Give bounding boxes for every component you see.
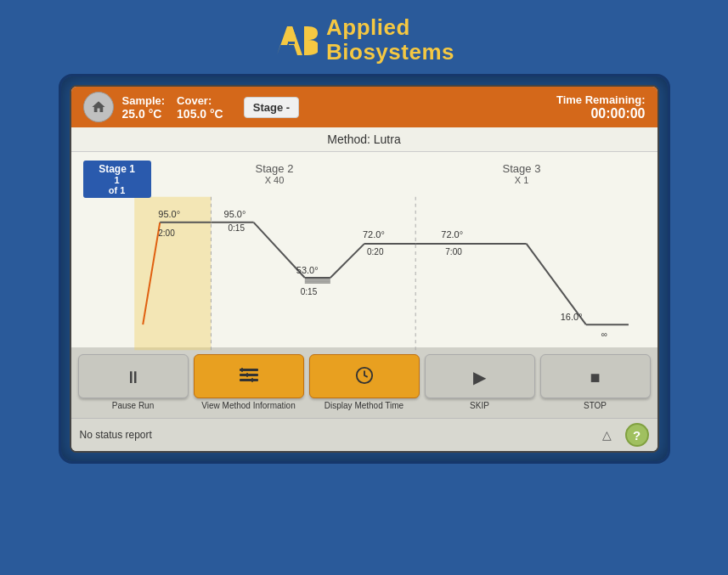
display-time-button[interactable]: Display Method Time xyxy=(309,354,420,411)
svg-text:53.0°: 53.0° xyxy=(296,265,318,275)
stop-button[interactable]: ■ STOP xyxy=(540,354,651,411)
brand-text: Applied Biosystems xyxy=(326,15,454,64)
svg-rect-2 xyxy=(288,42,295,44)
svg-rect-4 xyxy=(134,197,211,351)
svg-text:95.0°: 95.0° xyxy=(158,209,180,219)
cover-value: 105.0 °C xyxy=(177,107,223,121)
pcr-chart: 95.0° 2:00 95.0° 0:15 53.0° 0:15 72.0° 0… xyxy=(83,193,646,354)
help-icon: ? xyxy=(633,428,641,443)
stage-2-label: Stage 2 X 40 xyxy=(151,161,398,185)
pause-run-label: Pause Run xyxy=(112,401,154,411)
home-button[interactable] xyxy=(83,92,114,122)
stage-badge[interactable]: Stage - xyxy=(244,97,299,118)
svg-rect-3 xyxy=(304,26,308,55)
brand-logo: Applied Biosystems xyxy=(274,15,454,64)
time-label: Time Remaining: xyxy=(556,93,646,106)
stage-1-label: Stage 1 1 of 1 xyxy=(83,161,151,198)
cover-label: Cover: xyxy=(177,94,223,107)
skip-icon: ▶ xyxy=(473,367,486,387)
svg-text:72.0°: 72.0° xyxy=(362,229,384,240)
stop-icon: ■ xyxy=(590,368,600,387)
buttons-row: ⏸ Pause Run xyxy=(71,347,657,418)
status-right: △ ? xyxy=(596,423,649,447)
view-method-icon xyxy=(240,368,258,387)
svg-text:0:20: 0:20 xyxy=(367,247,384,256)
stage-3-label: Stage 3 X 1 xyxy=(398,161,646,185)
skip-button[interactable]: ▶ SKIP xyxy=(425,354,535,411)
stop-label: STOP xyxy=(584,401,607,411)
clock-icon xyxy=(355,366,374,389)
skip-face[interactable]: ▶ xyxy=(425,354,535,398)
pause-icon: ⏸ xyxy=(125,368,142,387)
svg-rect-34 xyxy=(240,379,258,381)
svg-text:0:15: 0:15 xyxy=(228,223,245,233)
brand-line1: Applied xyxy=(326,15,454,40)
ab-logo-icon xyxy=(274,21,318,59)
brand-line2: Biosystems xyxy=(326,40,454,65)
screen: Sample: 25.0 °C Cover: 105.0 °C Stage - … xyxy=(70,85,659,453)
display-time-face[interactable] xyxy=(309,354,420,398)
svg-text:72.0°: 72.0° xyxy=(441,229,463,240)
svg-text:7:00: 7:00 xyxy=(445,247,462,256)
view-method-face[interactable] xyxy=(194,354,304,398)
pause-run-button[interactable]: ⏸ Pause Run xyxy=(78,354,189,411)
method-label: Method: Lutra xyxy=(327,132,400,146)
time-value: 00:00:00 xyxy=(590,106,645,121)
triangle-button[interactable]: △ xyxy=(596,424,618,446)
svg-rect-33 xyxy=(240,374,258,376)
sample-label: Sample: xyxy=(122,94,166,107)
status-text: No status report xyxy=(80,429,152,441)
svg-text:16.0°: 16.0° xyxy=(560,312,582,322)
svg-text:2:00: 2:00 xyxy=(158,228,175,238)
header-info: Sample: 25.0 °C Cover: 105.0 °C Stage - … xyxy=(122,93,646,121)
svg-marker-1 xyxy=(287,26,302,55)
pause-run-face[interactable]: ⏸ xyxy=(78,354,189,398)
svg-text:∞: ∞ xyxy=(601,330,607,339)
svg-rect-37 xyxy=(251,378,253,382)
view-method-label: View Method Information xyxy=(201,401,295,411)
header-bar: Sample: 25.0 °C Cover: 105.0 °C Stage - … xyxy=(71,87,657,127)
view-method-button[interactable]: View Method Information xyxy=(194,354,304,411)
skip-label: SKIP xyxy=(470,401,489,411)
svg-line-15 xyxy=(330,244,364,278)
method-bar: Method: Lutra xyxy=(71,127,657,152)
sample-block: Sample: 25.0 °C xyxy=(122,94,166,121)
cover-block: Cover: 105.0 °C xyxy=(177,94,223,121)
svg-text:95.0°: 95.0° xyxy=(223,209,245,219)
help-button[interactable]: ? xyxy=(625,423,649,447)
svg-rect-36 xyxy=(246,373,248,377)
chart-area: Stage 1 1 of 1 Stage 2 X 40 Stage 3 X 1 xyxy=(71,152,657,347)
stop-face[interactable]: ■ xyxy=(540,354,651,398)
time-block: Time Remaining: 00:00:00 xyxy=(556,93,646,121)
svg-rect-35 xyxy=(241,368,243,372)
svg-text:0:15: 0:15 xyxy=(300,287,317,296)
brand-header: Applied Biosystems xyxy=(0,0,728,74)
status-bar: No status report △ ? xyxy=(71,418,657,451)
device-bezel: Sample: 25.0 °C Cover: 105.0 °C Stage - … xyxy=(59,74,670,464)
display-time-label: Display Method Time xyxy=(324,401,404,411)
sample-value: 25.0 °C xyxy=(122,107,166,121)
triangle-icon: △ xyxy=(602,428,612,442)
